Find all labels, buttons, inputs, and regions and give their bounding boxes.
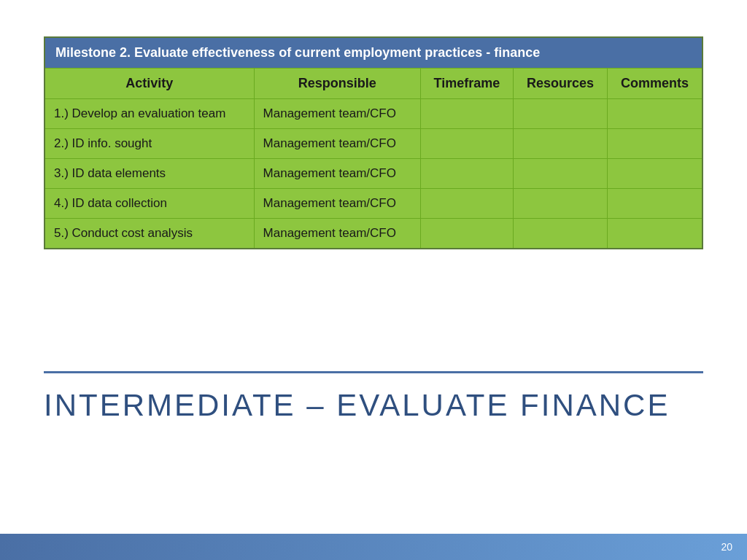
cell-row1-col3 <box>514 129 608 159</box>
cell-row1-col2 <box>420 129 513 159</box>
milestone-header: Milestone 2. Evaluate effectiveness of c… <box>44 37 703 69</box>
cell-row4-col4 <box>608 219 703 249</box>
col-responsible: Responsible <box>254 69 420 99</box>
col-comments: Comments <box>608 69 703 99</box>
table-row: 3.) ID data elementsManagement team/CFO <box>44 159 703 189</box>
col-timeframe: Timeframe <box>420 69 513 99</box>
cell-row0-col3 <box>514 99 608 129</box>
title-divider <box>44 371 703 373</box>
cell-row4-col3 <box>514 219 608 249</box>
cell-row0-col1: Management team/CFO <box>254 99 420 129</box>
bottom-bar: 20 <box>0 534 747 560</box>
main-title: INTERMEDIATE – EVALUATE FINANCE <box>44 388 703 423</box>
cell-row3-col3 <box>514 189 608 219</box>
cell-row1-col1: Management team/CFO <box>254 129 420 159</box>
cell-row3-col0: 4.) ID data collection <box>44 189 254 219</box>
table-row: 5.) Conduct cost analysisManagement team… <box>44 219 703 249</box>
cell-row0-col4 <box>608 99 703 129</box>
cell-row1-col4 <box>608 129 703 159</box>
cell-row1-col0: 2.) ID info. sought <box>44 129 254 159</box>
slide-container: Milestone 2. Evaluate effectiveness of c… <box>0 0 747 560</box>
col-activity: Activity <box>44 69 254 99</box>
cell-row2-col1: Management team/CFO <box>254 159 420 189</box>
cell-row3-col1: Management team/CFO <box>254 189 420 219</box>
cell-row4-col2 <box>420 219 513 249</box>
cell-row0-col2 <box>420 99 513 129</box>
cell-row3-col4 <box>608 189 703 219</box>
cell-row4-col1: Management team/CFO <box>254 219 420 249</box>
cell-row4-col0: 5.) Conduct cost analysis <box>44 219 254 249</box>
page-number: 20 <box>721 541 732 553</box>
milestone-table: Milestone 2. Evaluate effectiveness of c… <box>44 36 703 249</box>
cell-row2-col0: 3.) ID data elements <box>44 159 254 189</box>
cell-row2-col3 <box>514 159 608 189</box>
bottom-section: INTERMEDIATE – EVALUATE FINANCE <box>44 249 703 560</box>
table-row: 1.) Develop an evaluation teamManagement… <box>44 99 703 129</box>
table-row: 4.) ID data collectionManagement team/CF… <box>44 189 703 219</box>
cell-row2-col2 <box>420 159 513 189</box>
cell-row3-col2 <box>420 189 513 219</box>
col-resources: Resources <box>514 69 608 99</box>
table-wrapper: Milestone 2. Evaluate effectiveness of c… <box>44 36 703 249</box>
cell-row2-col4 <box>608 159 703 189</box>
table-row: 2.) ID info. soughtManagement team/CFO <box>44 129 703 159</box>
cell-row0-col0: 1.) Develop an evaluation team <box>44 99 254 129</box>
